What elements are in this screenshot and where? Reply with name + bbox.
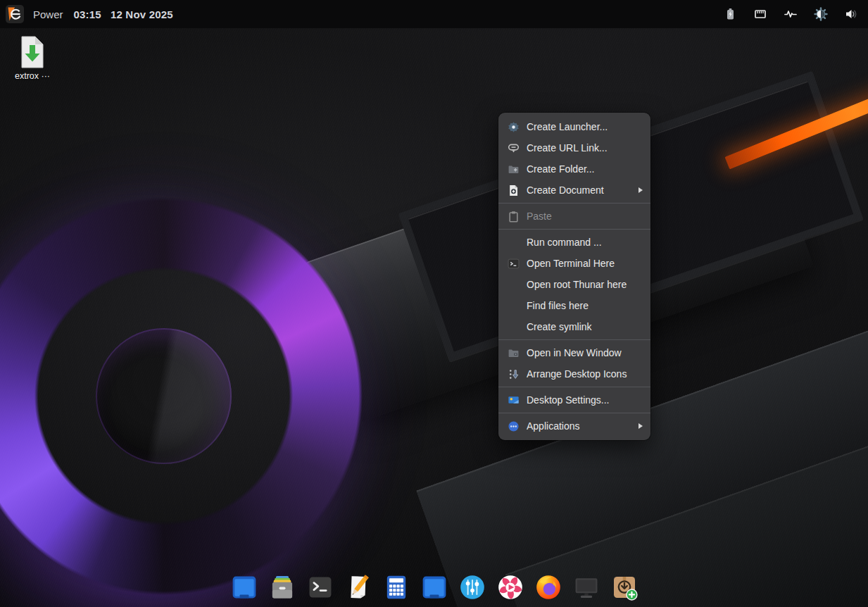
menu-item-label: Create Document xyxy=(527,184,629,196)
menu-separator xyxy=(498,229,650,230)
menu-item-label: Create URL Link... xyxy=(527,142,643,154)
menu-separator xyxy=(498,387,650,387)
dock-item-terminal[interactable] xyxy=(306,573,334,601)
menu-item-open-root-thunar-here[interactable]: Open root Thunar here xyxy=(498,274,650,295)
tray-ethernet-icon[interactable] xyxy=(753,7,767,21)
tray-brightness-icon[interactable] xyxy=(814,7,828,21)
distro-logo-icon[interactable] xyxy=(6,5,24,23)
folder-new-icon xyxy=(508,163,520,175)
menu-item-icon-empty xyxy=(508,321,520,333)
submenu-arrow-icon xyxy=(639,423,643,429)
menu-item-create-url-link[interactable]: Create URL Link... xyxy=(498,137,650,158)
dock-item-firefox[interactable] xyxy=(534,573,562,601)
top-panel: Power 03:15 12 Nov 2025 xyxy=(0,0,868,28)
document-new-icon xyxy=(508,184,520,196)
tray-volume-icon[interactable] xyxy=(844,7,858,21)
menu-item-label: Open Terminal Here xyxy=(527,258,643,269)
arrange-icon xyxy=(508,368,520,380)
menu-item-label: Run command ... xyxy=(527,237,643,248)
menu-item-open-terminal-here[interactable]: Open Terminal Here xyxy=(498,253,650,274)
menu-item-create-launcher[interactable]: Create Launcher... xyxy=(498,116,650,137)
menu-separator xyxy=(498,339,650,340)
wallpaper xyxy=(0,0,868,607)
menu-item-label: Open root Thunar here xyxy=(527,279,643,290)
desktop-settings-icon xyxy=(508,394,520,406)
menu-item-applications[interactable]: Applications xyxy=(498,415,650,437)
applications-icon xyxy=(508,420,520,432)
menu-item-desktop-settings[interactable]: Desktop Settings... xyxy=(498,389,650,411)
menu-item-find-files-here[interactable]: Find files here xyxy=(498,295,650,316)
desktop-screen: Power 03:15 12 Nov 2025 extrox ··· Creat… xyxy=(0,0,868,607)
dock xyxy=(0,573,868,601)
launcher-icon xyxy=(508,121,520,133)
menu-item-icon-empty xyxy=(508,300,520,312)
menu-item-label: Open in New Window xyxy=(527,347,643,358)
dock-item-audio-mixer[interactable] xyxy=(458,573,486,601)
paste-icon xyxy=(508,211,520,223)
dock-item-archive-manager[interactable] xyxy=(268,573,296,601)
menu-item-icon-empty xyxy=(508,237,520,249)
terminal-small-icon xyxy=(508,258,520,270)
clock-time: 03:15 xyxy=(74,8,101,20)
clock-date: 12 Nov 2025 xyxy=(111,8,173,20)
menu-item-arrange-desktop-icons[interactable]: Arrange Desktop Icons xyxy=(498,363,650,384)
menu-item-label: Applications xyxy=(527,420,629,432)
menu-item-label: Create Launcher... xyxy=(527,121,643,132)
desktop-icon-extrox[interactable]: extrox ··· xyxy=(6,35,59,81)
wallpaper-texture xyxy=(0,0,868,607)
menu-item-label: Arrange Desktop Icons xyxy=(527,368,643,380)
menu-item-label: Create symlink xyxy=(527,321,643,332)
menu-item-create-symlink[interactable]: Create symlink xyxy=(498,316,650,337)
menu-item-label: Desktop Settings... xyxy=(527,394,643,406)
submenu-arrow-icon xyxy=(639,187,643,193)
dock-item-file-manager[interactable] xyxy=(230,573,258,601)
tray-battery-charging-icon[interactable] xyxy=(723,7,737,21)
dock-item-display-settings[interactable] xyxy=(572,573,600,601)
menu-separator xyxy=(498,413,650,413)
dock-item-calculator[interactable] xyxy=(382,573,410,601)
power-menu-button[interactable]: Power xyxy=(33,8,63,20)
menu-item-open-in-new-window[interactable]: Open in New Window xyxy=(498,342,650,363)
menu-item-icon-empty xyxy=(508,279,520,291)
folder-open-icon xyxy=(508,347,520,359)
desktop-icon-label: extrox ··· xyxy=(6,71,59,81)
file-download-icon xyxy=(15,35,49,69)
context-menu: Create Launcher...Create URL Link...Crea… xyxy=(498,113,650,440)
menu-item-run-command[interactable]: Run command ... xyxy=(498,232,650,253)
menu-item-create-folder[interactable]: Create Folder... xyxy=(498,158,650,180)
menu-item-label: Find files here xyxy=(527,300,643,311)
menu-item-label: Create Folder... xyxy=(527,163,643,175)
system-tray xyxy=(723,7,858,21)
dock-item-media-player[interactable] xyxy=(496,573,524,601)
dock-item-file-manager-2[interactable] xyxy=(420,573,448,601)
dock-item-package-installer[interactable] xyxy=(610,573,639,601)
tray-activity-icon[interactable] xyxy=(784,7,798,21)
menu-item-create-document[interactable]: Create Document xyxy=(498,180,650,201)
panel-clock[interactable]: 03:15 12 Nov 2025 xyxy=(74,8,173,20)
menu-item-label: Paste xyxy=(527,211,643,222)
menu-separator xyxy=(498,203,650,204)
url-link-icon xyxy=(508,142,520,154)
menu-item-paste: Paste xyxy=(498,206,650,227)
dock-item-text-editor[interactable] xyxy=(344,573,372,601)
